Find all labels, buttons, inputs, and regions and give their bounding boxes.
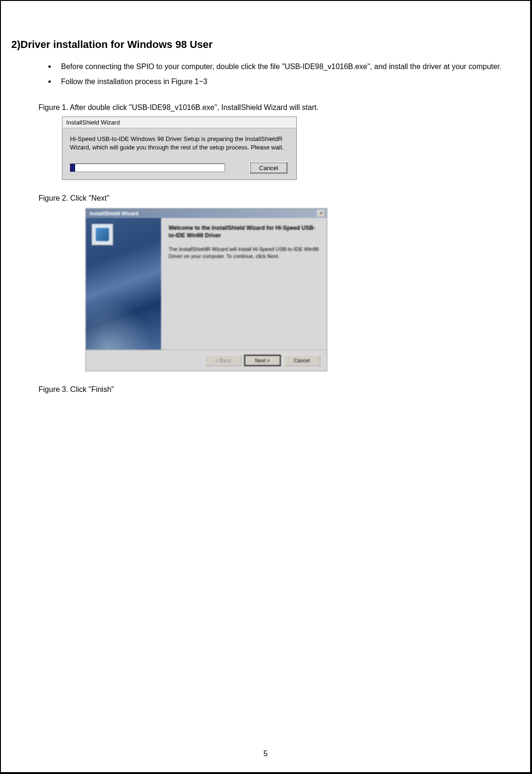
- close-icon[interactable]: ×: [317, 210, 325, 217]
- dialog1-progress-row: Cancel: [70, 162, 288, 174]
- progress-bar: [70, 164, 225, 172]
- section-title: 2)Driver installation for Windows 98 Use…: [10, 39, 521, 51]
- dialog2-button-row: < Back Next > Cancel: [86, 350, 327, 371]
- install-icon-inner: [96, 228, 109, 241]
- bullet-item-1: Before connecting the SPIO to your compu…: [48, 59, 521, 74]
- figure1-container: InstallShield Wizard Hi-Speed USB-to-IDE…: [10, 117, 521, 180]
- bullet-list: Before connecting the SPIO to your compu…: [10, 59, 521, 89]
- figure2-caption: Figure 2. Click "Next": [10, 194, 521, 203]
- page-number: 5: [263, 750, 268, 758]
- back-button: < Back: [205, 355, 241, 366]
- dialog2-main: Welcome to the InstallShield Wizard for …: [161, 218, 327, 350]
- dialog2-subtext: The InstallShieldR Wizard will install H…: [169, 246, 319, 259]
- dialog2-heading: Welcome to the InstallShield Wizard for …: [169, 225, 319, 239]
- progress-fill: [70, 164, 75, 172]
- cancel-button[interactable]: Cancel: [249, 162, 288, 174]
- sidebar-wave-graphic: [86, 293, 161, 350]
- page-container: 2)Driver installation for Windows 98 Use…: [0, 0, 532, 774]
- dialog2-title: InstallShield Wizard: [88, 211, 139, 216]
- figure2-container: InstallShield Wizard × Welcome to the In…: [10, 208, 521, 371]
- install-welcome-dialog: InstallShield Wizard × Welcome to the In…: [85, 208, 327, 371]
- install-prep-dialog: InstallShield Wizard Hi-Speed USB-to-IDE…: [62, 117, 297, 180]
- dialog1-title: InstallShield Wizard: [62, 117, 296, 128]
- figure3-caption: Figure 3. Click "Finish": [10, 385, 521, 394]
- install-icon: [92, 224, 113, 245]
- dialog1-text: Hi-Speed USB-to-IDE Windows 98 Driver Se…: [70, 135, 288, 151]
- next-button[interactable]: Next >: [244, 355, 281, 366]
- dialog1-body: Hi-Speed USB-to-IDE Windows 98 Driver Se…: [62, 128, 296, 180]
- bullet-item-2: Follow the installation process in Figur…: [48, 74, 521, 89]
- cancel-button[interactable]: Cancel: [284, 355, 320, 366]
- dialog2-sidebar: [86, 218, 161, 350]
- figure1-caption: Figure 1. After double click "USB-IDE98_…: [10, 103, 521, 112]
- dialog2-titlebar: InstallShield Wizard ×: [86, 209, 327, 218]
- dialog2-content: Welcome to the InstallShield Wizard for …: [86, 218, 327, 350]
